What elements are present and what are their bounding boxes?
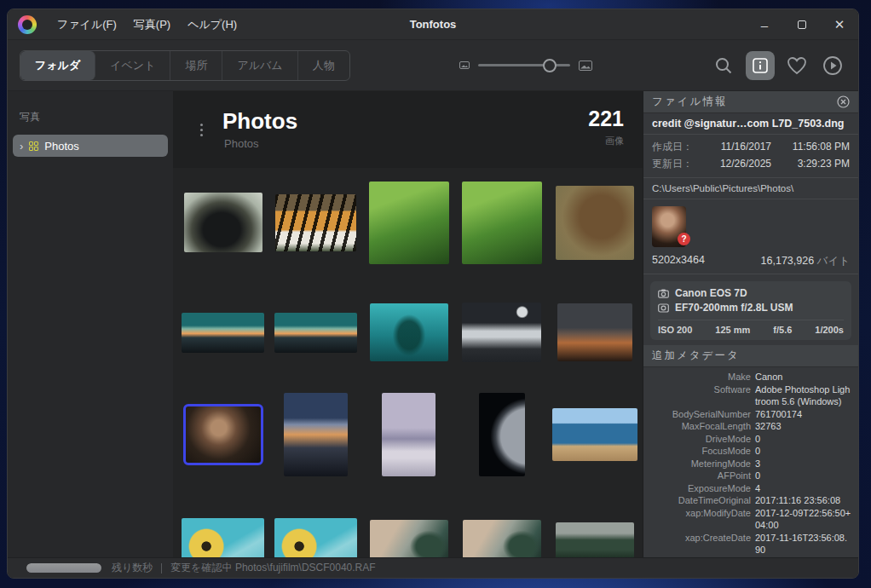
file-path[interactable]: C:\Users\Public\Pictures\Photos\ [643, 178, 858, 199]
metadata-key: BodySerialNumber [650, 408, 751, 421]
photo-thumbnail-pano[interactable] [274, 313, 357, 353]
photo-thumbnail-moon[interactable] [479, 393, 525, 476]
chevron-right-icon[interactable]: › [20, 141, 23, 152]
photo-thumbnail-pine-snow[interactable] [370, 520, 448, 557]
iso-value: ISO 200 [658, 325, 692, 335]
metadata-value: 0 [755, 445, 851, 458]
metadata-value: 0 [755, 470, 851, 482]
photo-thumbnail-fern[interactable] [462, 182, 542, 264]
photo-thumbnail-mtn-moon[interactable] [462, 303, 541, 362]
main-content: Photos Photos 221 画像 [173, 91, 643, 557]
metadata-row: xap:CreateDate2017-11-16T23:56:08.90 [650, 532, 851, 556]
metadata-key: xap:CreateDate [650, 532, 751, 556]
menu-item-photo[interactable]: 写真(P) [125, 17, 179, 32]
folder-grid-icon [29, 141, 38, 151]
photo-grid-row [173, 181, 643, 264]
photo-thumbnail-gorilla[interactable] [184, 193, 262, 252]
file-dates: 作成日： 11/16/2017 11:56:08 PM 更新日： 12/26/2… [643, 135, 858, 178]
modified-label: 更新日： [652, 155, 705, 172]
metadata-row: DriveMode0 [650, 433, 851, 446]
favorites-button[interactable] [783, 52, 810, 79]
lens-icon [658, 303, 669, 313]
photo-thumbnail-mtn-orange[interactable] [557, 303, 632, 361]
metadata-row: FocusMode0 [650, 445, 851, 458]
activity-status: 変更を確認中 Photos\fujifilm\DSCF0040.RAF [170, 561, 375, 575]
metadata-row: SoftwareAdobe Photoshop Lightroom 5.6 (W… [650, 383, 851, 408]
metadata-key: xap:ModifyDate [650, 507, 751, 532]
info-button[interactable] [746, 51, 775, 80]
photo-thumbnail-portrait-selected[interactable] [183, 404, 263, 465]
play-icon [822, 55, 843, 76]
unknown-person-badge[interactable]: ? [678, 233, 690, 245]
detected-face[interactable]: ? [643, 199, 858, 252]
photo-thumbnail-pine-snow[interactable] [463, 520, 541, 557]
view-tabs: フォルダイベント場所アルバム人物 [20, 50, 350, 81]
image-dimensions: 5202x3464 [652, 254, 705, 268]
menu-item-file[interactable]: ファイル(F) [49, 17, 125, 32]
sidebar: 写真 › Photos [8, 91, 173, 557]
metadata-section-title: 追加メタデータ [652, 349, 740, 363]
focal-length: 125 mm [715, 325, 750, 335]
metadata-key: DriveMode [650, 433, 751, 446]
created-time: 11:56:08 PM [771, 138, 850, 155]
zoom-slider-thumb[interactable] [543, 59, 557, 72]
photo-grid [173, 181, 643, 557]
photo-thumbnail-city[interactable] [284, 393, 348, 476]
maximize-icon [798, 20, 806, 29]
tab-places[interactable]: 場所 [170, 51, 222, 80]
metadata-value: Adobe Photoshop Lightroom 5.6 (Windows) [755, 383, 851, 408]
sidebar-section-label: 写真 [20, 110, 173, 124]
slideshow-button[interactable] [819, 52, 846, 79]
tab-people[interactable]: 人物 [298, 51, 349, 80]
menu-item-help[interactable]: ヘルプ(H) [179, 17, 245, 32]
status-bar: 残り数秒 変更を確認中 Photos\fujifilm\DSCF0040.RAF [8, 557, 858, 578]
status-separator [161, 563, 162, 574]
maximize-button[interactable] [783, 9, 821, 40]
zoom-slider[interactable] [478, 64, 570, 66]
metadata-row: MeteringMode3 [650, 458, 851, 470]
photo-thumbnail-beach[interactable] [552, 408, 637, 461]
close-panel-icon[interactable] [837, 95, 850, 108]
photo-thumbnail-forest-lake[interactable] [556, 522, 634, 557]
metadata-key: ExposureMode [650, 482, 751, 495]
kebab-menu-icon[interactable] [200, 124, 204, 139]
file-info-title: ファイル情報 [652, 95, 727, 109]
photo-thumbnail-fern[interactable] [369, 182, 449, 264]
collection-subtitle: Photos [224, 137, 258, 150]
metadata-list: MakeCanonSoftwareAdobe Photoshop Lightro… [643, 367, 858, 557]
metadata-row: ExposureMode4 [650, 482, 851, 495]
photo-thumbnail-sunflower[interactable] [182, 518, 264, 558]
minimize-button[interactable]: – [746, 9, 783, 40]
toolbar: フォルダイベント場所アルバム人物 [8, 40, 858, 90]
tab-albums[interactable]: アルバム [222, 51, 297, 80]
window-title: Tonfotos [410, 18, 457, 31]
image-large-icon [579, 61, 592, 71]
time-remaining: 残り数秒 [112, 561, 153, 575]
metadata-value: 32763 [755, 420, 851, 433]
photo-thumbnail-pano[interactable] [182, 313, 264, 353]
camera-icon [658, 289, 669, 298]
photo-thumbnail-buddha[interactable] [370, 303, 448, 361]
close-button[interactable]: ✕ [821, 9, 858, 40]
image-small-icon [459, 61, 470, 69]
metadata-key: MaxFocalLength [650, 420, 751, 433]
tab-events[interactable]: イベント [95, 51, 170, 80]
metadata-value: 0 [755, 433, 851, 446]
photo-thumbnail-lake-tree[interactable] [382, 393, 436, 476]
modified-date: 12/26/2025 [705, 155, 771, 172]
photo-thumbnail-bison[interactable] [556, 186, 634, 260]
search-button[interactable] [710, 52, 737, 79]
file-size: 16,173,926 [761, 255, 815, 267]
photo-thumbnail-tiger[interactable] [275, 194, 356, 251]
aperture-value: f/5.6 [773, 325, 792, 335]
metadata-key: Software [650, 383, 751, 408]
metadata-value: 3 [755, 458, 851, 470]
tab-folders[interactable]: フォルダ [20, 51, 95, 80]
file-info-panel: ファイル情報 credit @signatur…com L7D_7503.dng… [643, 91, 858, 557]
heart-icon [787, 56, 807, 75]
sidebar-item-photos[interactable]: › Photos [13, 135, 168, 157]
metadata-value: 2017-11-16T23:56:08.90 [755, 532, 851, 556]
photo-thumbnail-sunflower[interactable] [274, 518, 357, 558]
photo-grid-row [173, 516, 643, 557]
face-thumbnail[interactable]: ? [652, 206, 686, 247]
